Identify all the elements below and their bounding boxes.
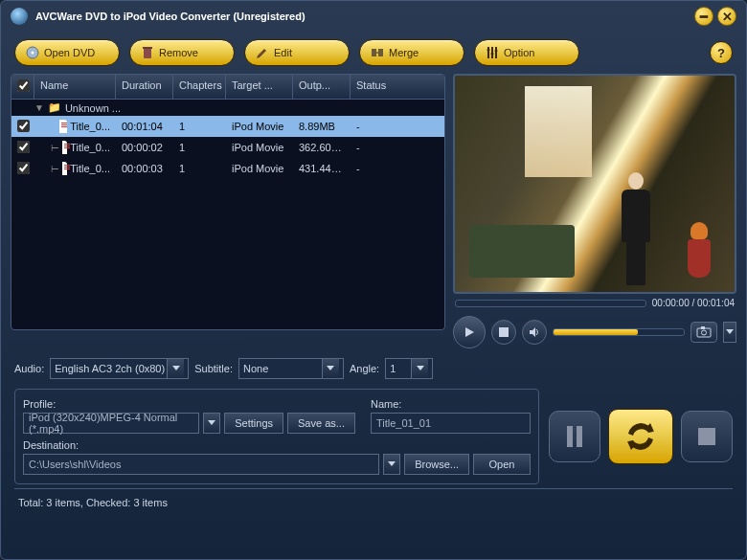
list-item[interactable]: Title_0... 00:01:04 1 iPod Movie 8.89MB … — [11, 116, 444, 137]
stop-conversion-button[interactable] — [681, 411, 733, 462]
col-chapters[interactable]: Chapters — [173, 75, 226, 99]
list-body[interactable]: ▼ 📁 Unknown ... Title_0... 00:01:04 1 iP… — [11, 100, 444, 329]
item-chapters: 1 — [173, 140, 226, 155]
volume-slider[interactable] — [553, 328, 685, 336]
audio-label: Audio: — [14, 363, 44, 374]
destination-field[interactable]: C:\Users\shl\Videos — [23, 454, 379, 475]
file-list: Name Duration Chapters Target ... Outp..… — [11, 74, 445, 330]
video-preview[interactable] — [453, 74, 736, 294]
tree-branch-icon: ⊢ — [51, 143, 59, 153]
select-all-checkbox[interactable] — [17, 79, 30, 92]
merge-label: Merge — [389, 47, 419, 58]
svg-rect-15 — [698, 428, 715, 445]
snapshot-dropdown[interactable] — [723, 322, 736, 343]
item-status: - — [351, 119, 389, 134]
chevron-down-icon — [322, 359, 339, 378]
settings-button[interactable]: Settings — [224, 413, 283, 434]
svg-point-7 — [491, 53, 494, 56]
item-status: - — [351, 161, 389, 176]
remove-label: Remove — [159, 47, 198, 58]
convert-button[interactable] — [608, 409, 673, 464]
edit-icon — [255, 45, 270, 60]
angle-value: 1 — [390, 363, 396, 374]
option-label: Option — [504, 47, 534, 58]
destination-dropdown-arrow[interactable] — [383, 454, 400, 475]
svg-point-6 — [487, 49, 490, 52]
item-output: 8.89MB — [293, 119, 351, 134]
refresh-icon — [623, 419, 658, 454]
item-duration: 00:00:02 — [116, 140, 173, 155]
titlebar: AVCWare DVD to iPod Video Converter (Unr… — [1, 1, 746, 32]
subtitle-dropdown[interactable]: None — [238, 358, 344, 379]
profile-dropdown-arrow[interactable] — [203, 413, 220, 434]
item-duration: 00:01:04 — [116, 119, 173, 134]
browse-button[interactable]: Browse... — [404, 454, 469, 475]
item-name: Title_0... — [70, 163, 110, 174]
minimize-button[interactable]: ━ — [694, 7, 713, 26]
col-duration[interactable]: Duration — [116, 75, 173, 99]
collapse-icon[interactable]: ▼ — [34, 102, 44, 113]
open-button[interactable]: Open — [473, 454, 531, 475]
item-status: - — [351, 140, 389, 155]
group-row[interactable]: ▼ 📁 Unknown ... — [11, 100, 444, 116]
item-target: iPod Movie — [226, 119, 293, 134]
item-name: Title_0... — [70, 142, 110, 153]
col-target[interactable]: Target ... — [226, 75, 293, 99]
seek-slider[interactable] — [455, 300, 646, 307]
file-icon — [62, 162, 67, 175]
item-chapters: 1 — [173, 161, 226, 176]
audio-dropdown[interactable]: English AC3 2ch (0x80) — [50, 358, 189, 379]
option-button[interactable]: Option — [474, 39, 579, 66]
list-item[interactable]: ⊢Title_0... 00:00:02 1 iPod Movie 362.60… — [11, 137, 444, 158]
profile-field[interactable]: iPod (320x240)MPEG-4 Normal (*.mp4) — [23, 413, 199, 434]
edit-label: Edit — [274, 47, 292, 58]
name-field[interactable]: Title_01_01 — [371, 413, 531, 434]
item-checkbox[interactable] — [17, 141, 30, 153]
help-button[interactable]: ? — [710, 41, 733, 64]
dvd-icon — [25, 45, 40, 60]
remove-icon — [140, 45, 155, 60]
item-output: 431.44KB — [293, 161, 351, 176]
status-bar: Total: 3 items, Checked: 3 items — [14, 488, 733, 508]
col-output[interactable]: Outp... — [293, 75, 351, 99]
close-button[interactable]: ✕ — [717, 7, 736, 26]
col-status[interactable]: Status — [351, 75, 398, 99]
svg-point-8 — [495, 50, 498, 53]
svg-rect-4 — [372, 49, 376, 56]
svg-rect-2 — [144, 48, 151, 58]
item-checkbox[interactable] — [17, 120, 30, 132]
angle-label: Angle: — [350, 363, 379, 374]
col-name[interactable]: Name — [34, 75, 116, 99]
angle-dropdown[interactable]: 1 — [385, 358, 433, 379]
save-as-button[interactable]: Save as... — [287, 413, 355, 434]
audio-value: English AC3 2ch (0x80) — [55, 363, 165, 374]
item-duration: 00:00:03 — [116, 161, 173, 176]
item-chapters: 1 — [173, 119, 226, 134]
item-target: iPod Movie — [226, 161, 293, 176]
subtitle-label: Subtitle: — [194, 363, 233, 374]
volume-button[interactable] — [522, 320, 547, 345]
tools-icon — [485, 45, 500, 60]
snapshot-button[interactable] — [690, 322, 717, 343]
open-dvd-label: Open DVD — [44, 47, 95, 58]
item-output: 362.60KB — [293, 140, 351, 155]
stop-button[interactable] — [491, 320, 516, 345]
item-name: Title_0... — [70, 121, 110, 132]
svg-rect-13 — [567, 426, 573, 447]
edit-button[interactable]: Edit — [244, 39, 350, 66]
svg-rect-9 — [499, 327, 509, 337]
name-label: Name: — [371, 398, 401, 410]
open-dvd-button[interactable]: Open DVD — [14, 39, 120, 66]
list-header: Name Duration Chapters Target ... Outp..… — [11, 75, 444, 100]
svg-rect-5 — [378, 49, 383, 56]
item-checkbox[interactable] — [17, 162, 30, 174]
svg-rect-14 — [577, 426, 582, 447]
merge-button[interactable]: Merge — [359, 39, 464, 66]
subtitle-value: None — [243, 363, 268, 374]
pause-button[interactable] — [549, 411, 600, 462]
remove-button[interactable]: Remove — [129, 39, 235, 66]
time-display: 00:00:00 / 00:01:04 — [652, 298, 735, 308]
status-text: Total: 3 items, Checked: 3 items — [18, 497, 168, 508]
play-button[interactable] — [453, 316, 486, 348]
list-item[interactable]: ⊢Title_0... 00:00:03 1 iPod Movie 431.44… — [11, 158, 444, 179]
